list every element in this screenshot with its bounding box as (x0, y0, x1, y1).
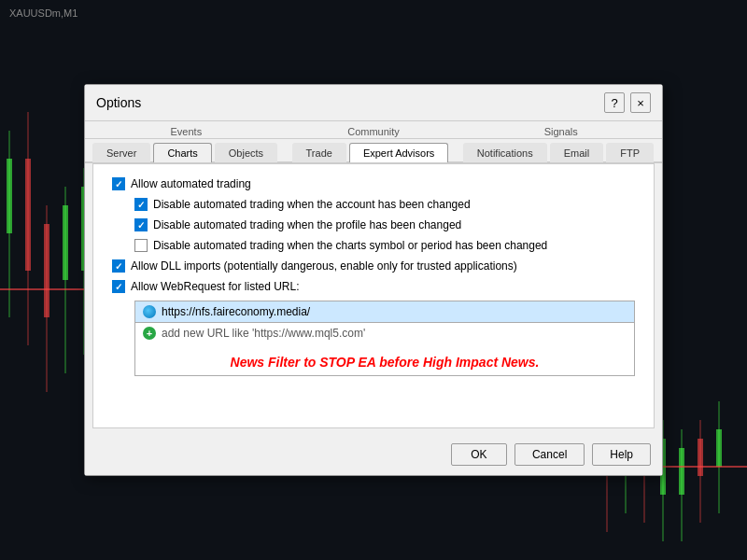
tab-charts[interactable]: Charts (153, 143, 211, 162)
tab-objects[interactable]: Objects (215, 143, 277, 162)
ok-button[interactable]: OK (451, 443, 507, 466)
cb-disable-profile-input[interactable] (134, 218, 148, 231)
cb-disable-account-label: Disable automated trading when the accou… (153, 198, 471, 211)
checkbox-disable-account: Disable automated trading when the accou… (134, 198, 635, 211)
cb-allow-auto-label: Allow automated trading (131, 177, 251, 190)
cb-allow-dll-input[interactable] (112, 259, 125, 273)
globe-icon (143, 305, 156, 318)
tab-ftp[interactable]: FTP (606, 143, 654, 162)
cb-allow-auto-input[interactable] (112, 177, 125, 190)
tab-group-community-label: Community (347, 126, 400, 137)
url-add-placeholder: add new URL like 'https://www.mql5.com' (162, 327, 365, 340)
title-controls: ? × (604, 92, 651, 113)
checkbox-disable-profile: Disable automated trading when the profi… (134, 218, 635, 231)
tab-email[interactable]: Email (550, 143, 604, 162)
tab-group-events-label: Events (171, 126, 203, 137)
cb-disable-charts-input[interactable] (134, 239, 148, 252)
tab-expert-advisors[interactable]: Expert Advisors (349, 143, 448, 162)
close-button[interactable]: × (630, 92, 651, 113)
tabs-area: Events Community Signals Server Charts O… (85, 121, 662, 163)
cb-allow-webrequest-label: Allow WebRequest for listed URL: (131, 280, 300, 293)
cb-allow-webrequest-input[interactable] (112, 280, 125, 293)
dialog-overlay: Options ? × Events Community Signals (0, 0, 747, 560)
cb-allow-dll-label: Allow DLL imports (potentially dangerous… (131, 259, 517, 273)
options-dialog: Options ? × Events Community Signals (84, 84, 663, 476)
cancel-button[interactable]: Cancel (514, 443, 585, 466)
tab-trade[interactable]: Trade (292, 143, 346, 162)
tab-notifications[interactable]: Notifications (463, 143, 547, 162)
dialog-buttons: OK Cancel Help (85, 436, 662, 475)
add-url-icon: + (143, 327, 156, 340)
cb-disable-account-input[interactable] (134, 198, 148, 211)
help-btn-bottom[interactable]: Help (592, 443, 651, 466)
checkbox-allow-auto: Allow automated trading (112, 177, 635, 190)
tab-group-signals-label: Signals (544, 126, 578, 137)
title-bar: Options ? × (85, 85, 662, 121)
news-filter-text: News Filter to STOP EA before High Impac… (135, 343, 634, 375)
checkbox-disable-charts: Disable automated trading when the chart… (134, 239, 635, 252)
cb-disable-charts-label: Disable automated trading when the chart… (153, 239, 547, 252)
url-list-item[interactable]: https://nfs.faireconomy.media/ (135, 301, 634, 323)
content-area: Allow automated trading Disable automate… (92, 163, 655, 428)
dialog-title: Options (96, 95, 141, 110)
url-list: https://nfs.faireconomy.media/ + add new… (134, 301, 635, 376)
checkbox-allow-webrequest: Allow WebRequest for listed URL: (112, 280, 635, 293)
url-value: https://nfs.faireconomy.media/ (162, 305, 310, 318)
cb-disable-profile-label: Disable automated trading when the profi… (153, 218, 461, 231)
url-add-item[interactable]: + add new URL like 'https://www.mql5.com… (135, 323, 634, 343)
tab-server[interactable]: Server (92, 143, 150, 162)
checkbox-allow-dll: Allow DLL imports (potentially dangerous… (112, 259, 635, 273)
help-button[interactable]: ? (604, 92, 625, 113)
